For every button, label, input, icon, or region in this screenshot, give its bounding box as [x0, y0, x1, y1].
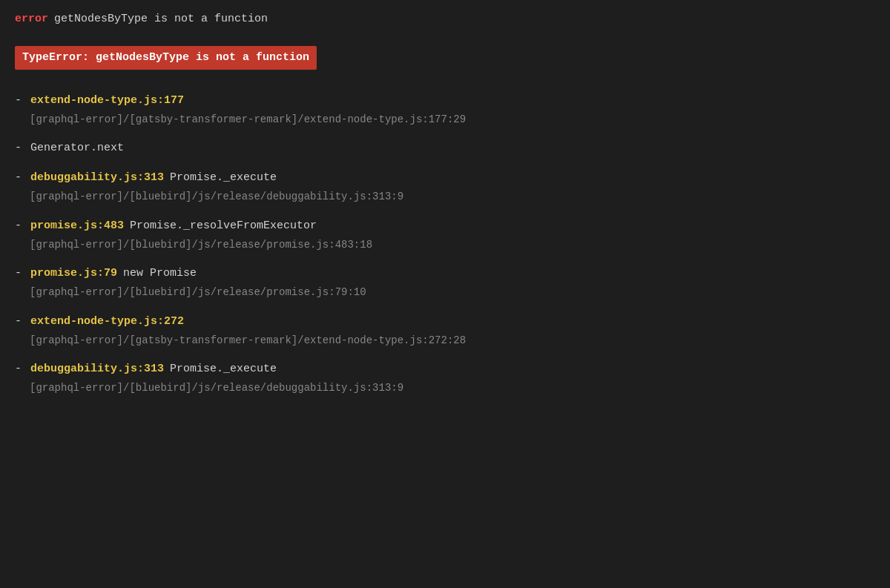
stack-file-link[interactable]: debuggability.js:313 — [30, 360, 164, 378]
stack-path: [graphql-error]/[bluebird]/js/release/de… — [15, 380, 875, 396]
stack-path: [graphql-error]/[bluebird]/js/release/pr… — [15, 284, 875, 300]
stack-entry: -debuggability.js:313Promise._execute[gr… — [15, 360, 875, 396]
stack-entry-main: -extend-node-type.js:177 — [15, 92, 875, 110]
stack-entry-main: -debuggability.js:313Promise._execute — [15, 360, 875, 378]
stack-entry-main: -Generator.next — [15, 139, 875, 157]
stack-dash: - — [15, 139, 22, 157]
stack-trace: -extend-node-type.js:177[graphql-error]/… — [15, 92, 875, 396]
stack-entry-main: -promise.js:79new Promise — [15, 265, 875, 283]
stack-path: [graphql-error]/[gatsby-transformer-rema… — [15, 332, 875, 348]
type-error-highlight: TypeError: getNodesByType is not a funct… — [15, 46, 317, 70]
stack-file-link[interactable]: promise.js:79 — [30, 265, 117, 283]
stack-dash: - — [15, 360, 22, 378]
header-line: error getNodesByType is not a function — [15, 7, 875, 31]
stack-entry-label: Promise._resolveFromExecutor — [130, 217, 317, 235]
stack-entry-label: Promise._execute — [170, 169, 277, 187]
stack-dash: - — [15, 265, 22, 283]
stack-dash: - — [15, 313, 22, 331]
stack-file-link[interactable]: promise.js:483 — [30, 217, 124, 235]
stack-path: [graphql-error]/[bluebird]/js/release/de… — [15, 188, 875, 205]
stack-file-link[interactable]: extend-node-type.js:272 — [30, 313, 184, 331]
stack-path: [graphql-error]/[bluebird]/js/release/pr… — [15, 237, 875, 253]
stack-file-link[interactable]: extend-node-type.js:177 — [30, 92, 184, 110]
stack-dash: - — [15, 169, 22, 187]
stack-entry: -promise.js:79new Promise[graphql-error]… — [15, 265, 875, 300]
stack-entry-main: -extend-node-type.js:272 — [15, 313, 875, 331]
stack-entry-main: -debuggability.js:313Promise._execute — [15, 169, 875, 187]
stack-entry: -debuggability.js:313Promise._execute[gr… — [15, 169, 875, 205]
stack-entry-main: -promise.js:483Promise._resolveFromExecu… — [15, 217, 875, 235]
stack-file-link[interactable]: debuggability.js:313 — [30, 169, 164, 187]
stack-path: [graphql-error]/[gatsby-transformer-rema… — [15, 111, 875, 128]
stack-entry-label: new Promise — [123, 265, 197, 283]
stack-entry: -Generator.next — [15, 139, 875, 157]
stack-entry: -extend-node-type.js:177[graphql-error]/… — [15, 92, 875, 128]
stack-entry: -extend-node-type.js:272[graphql-error]/… — [15, 313, 875, 348]
stack-entry-label: Generator.next — [30, 139, 124, 157]
header-message: getNodesByType is not a function — [54, 10, 268, 28]
stack-dash: - — [15, 217, 22, 235]
stack-entry-label: Promise._execute — [170, 360, 277, 378]
error-label: error — [15, 10, 48, 28]
stack-dash: - — [15, 92, 22, 110]
stack-entry: -promise.js:483Promise._resolveFromExecu… — [15, 217, 875, 253]
